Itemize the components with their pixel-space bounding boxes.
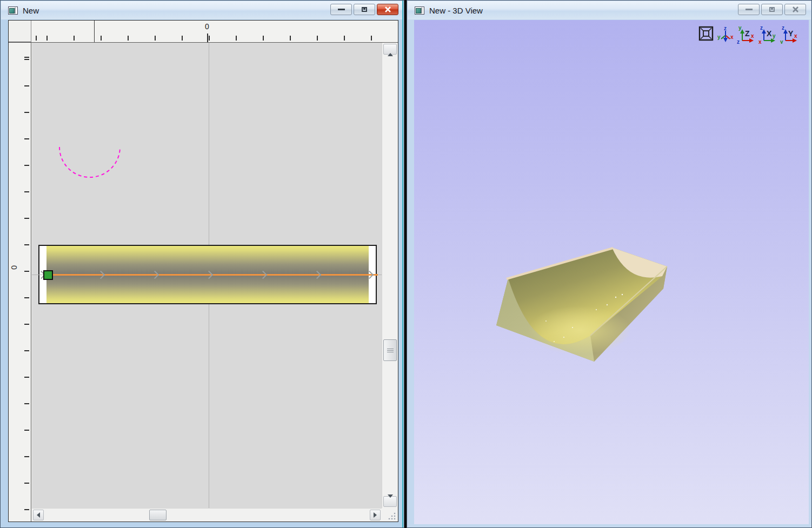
- z-view-top-label: y: [738, 25, 742, 31]
- view-down-z-button[interactable]: y z x Z: [737, 24, 755, 44]
- toolpath-start-point[interactable]: [43, 270, 53, 280]
- window-2d-icon: [8, 6, 18, 15]
- iso-y-label: y: [717, 34, 721, 40]
- scroll-right-button[interactable]: [370, 510, 381, 520]
- vertical-scrollbar-thumb[interactable]: [383, 339, 397, 361]
- design-canvas[interactable]: [32, 43, 382, 508]
- window-3d-title: New - 3D View: [429, 6, 483, 15]
- y-view-origin-label: y: [780, 39, 783, 44]
- zoom-to-fit-button[interactable]: [698, 24, 714, 43]
- horizontal-ruler-zero-tick: [207, 34, 208, 42]
- maximize-button[interactable]: [354, 4, 375, 15]
- horizontal-ruler-zero-label: 0: [205, 22, 209, 31]
- arrow-up-icon: [388, 42, 393, 56]
- maximize-icon: [362, 7, 367, 12]
- y-view-letter: Y: [788, 29, 794, 38]
- minimize-button-3d[interactable]: [738, 4, 760, 15]
- window-2d-view: New 0 0: [0, 0, 404, 528]
- minimize-icon: [338, 9, 345, 10]
- y-view-top-label: z: [782, 25, 784, 31]
- maximize-icon: [769, 7, 775, 12]
- vertical-scrollbar[interactable]: [382, 43, 398, 508]
- 3d-model-trough: [490, 241, 674, 365]
- resize-grip[interactable]: [382, 509, 398, 522]
- close-icon: [792, 6, 799, 12]
- arrow-right-icon: [374, 512, 377, 518]
- scroll-left-button[interactable]: [33, 510, 44, 520]
- ruler-corner-box: [9, 21, 31, 42]
- iso-z-label: z: [724, 25, 727, 31]
- x-view-top-label: z: [760, 25, 763, 31]
- window-2d-title: New: [23, 6, 39, 15]
- horizontal-scrollbar-thumb[interactable]: [149, 510, 167, 520]
- horizontal-ruler-major-line: [94, 21, 95, 42]
- scroll-down-button[interactable]: [383, 496, 397, 507]
- scroll-up-button[interactable]: [383, 44, 397, 55]
- isometric-view-button[interactable]: z y x: [717, 24, 734, 44]
- view-along-x-button[interactable]: z x y X: [758, 24, 777, 44]
- iso-x-label: x: [730, 34, 734, 40]
- vertical-ruler-ticks: [24, 43, 29, 522]
- arrow-left-icon: [37, 512, 40, 518]
- z-view-letter: Z: [745, 29, 750, 38]
- window-3d-view: New - 3D View: [407, 0, 812, 528]
- titlebar-2d[interactable]: New: [1, 1, 403, 19]
- x-view-origin-label: x: [758, 39, 762, 44]
- y-view-right-label: x: [794, 33, 797, 39]
- minimize-button[interactable]: [330, 4, 352, 15]
- x-view-letter: X: [767, 29, 772, 38]
- window-3d-icon: [415, 6, 424, 15]
- z-view-origin-label: z: [737, 39, 740, 44]
- vertical-ruler: 0: [9, 43, 31, 522]
- z-view-right-label: x: [751, 33, 754, 39]
- 3d-viewport[interactable]: z y x y z x Z z: [414, 20, 809, 524]
- 3d-view-toolbar: z y x y z x Z z: [698, 24, 798, 44]
- resize-grip-icon: [382, 509, 398, 522]
- vector-arc[interactable]: [58, 145, 122, 181]
- close-button-3d[interactable]: [784, 4, 806, 15]
- close-icon: [384, 6, 391, 12]
- titlebar-3d[interactable]: New - 3D View: [408, 1, 811, 19]
- arrow-down-icon: [388, 494, 393, 509]
- vertical-ruler-zero-label: 0: [10, 265, 18, 270]
- x-view-right-label: y: [773, 33, 776, 39]
- close-button[interactable]: [377, 4, 398, 15]
- maximize-button-3d[interactable]: [761, 4, 783, 15]
- view-along-y-button[interactable]: z y x Y: [780, 24, 798, 44]
- horizontal-ruler-ticks: [9, 36, 398, 41]
- horizontal-ruler: 0: [9, 21, 398, 43]
- horizontal-scrollbar[interactable]: [32, 508, 382, 522]
- minimize-icon: [746, 9, 753, 10]
- 2d-view-content: 0 0: [8, 20, 398, 522]
